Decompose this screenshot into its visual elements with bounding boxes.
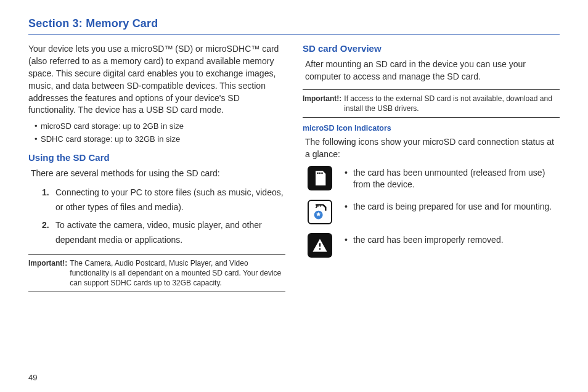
using-sd-heading: Using the SD Card [28, 152, 285, 163]
important-label: Important!: [303, 94, 341, 113]
icon-indicator-list: the card has been unmounted (released fr… [303, 166, 560, 258]
section-title: Section 3: Memory Card [28, 17, 560, 35]
right-column: SD card Overview After mounting an SD ca… [303, 43, 560, 298]
sd-overview-heading: SD card Overview [303, 43, 560, 54]
step-item: 2.To activate the camera, video, music p… [42, 218, 285, 248]
body-text: There are several methods for using the … [31, 168, 285, 180]
storage-bullet-list: microSD card storage: up to 2GB in size … [35, 120, 285, 146]
page-number: 49 [28, 373, 37, 382]
body-text: The following icons show your microSD ca… [305, 136, 560, 161]
icon-description: the card is being prepared for use and f… [345, 200, 560, 213]
icon-row: the card is being prepared for use and f… [303, 200, 560, 224]
body-text: After mounting an SD card in the device … [305, 59, 560, 83]
sd-preparing-icon [308, 200, 332, 224]
content-columns: Your device lets you use a microSD™ (SD)… [28, 43, 560, 298]
important-label: Important!: [28, 258, 67, 288]
important-note: Important!: The Camera, Audio Postcard, … [28, 254, 285, 293]
intro-paragraph: Your device lets you use a microSD™ (SD)… [28, 43, 285, 116]
left-column: Your device lets you use a microSD™ (SD)… [28, 43, 285, 298]
step-text: Connecting to your PC to store files (su… [55, 187, 284, 213]
steps-list: 1.Connecting to your PC to store files (… [42, 185, 285, 248]
bullet-item: microSD card storage: up to 2GB in size [35, 120, 285, 133]
important-text: The Camera, Audio Postcard, Music Player… [70, 258, 285, 288]
icon-row: the card has been improperly removed. [303, 233, 560, 258]
sd-warning-icon [308, 233, 332, 258]
sd-unmounted-icon [308, 166, 332, 190]
step-text: To activate the camera, video, music pla… [55, 220, 262, 245]
microsd-indicators-heading: microSD Icon Indicators [303, 124, 560, 133]
icon-description: the card has been unmounted (released fr… [345, 166, 560, 191]
step-item: 1.Connecting to your PC to store files (… [42, 185, 285, 215]
icon-description: the card has been improperly removed. [345, 233, 560, 247]
important-text: If access to the external SD card is not… [344, 94, 560, 113]
icon-row: the card has been unmounted (released fr… [303, 166, 560, 191]
important-note: Important!: If access to the external SD… [303, 89, 560, 118]
bullet-item: SDHC card storage: up to 32GB in size [35, 133, 285, 146]
